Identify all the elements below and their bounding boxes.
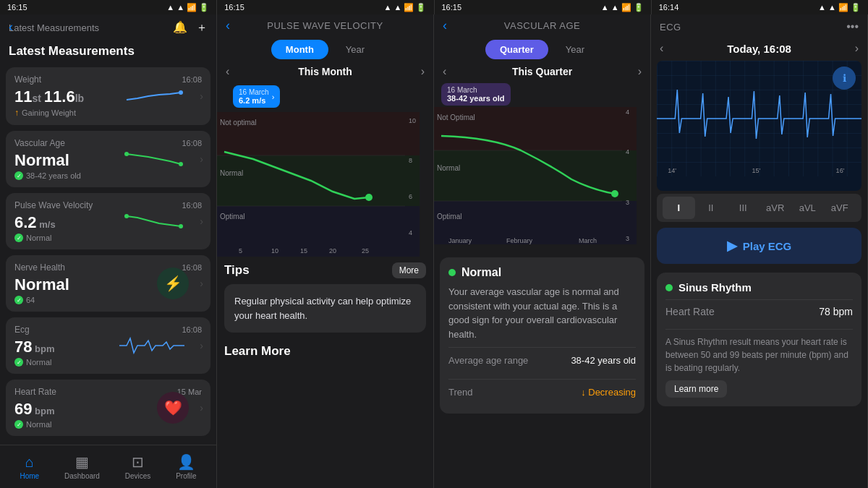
va-tab-quarter[interactable]: Quarter — [485, 40, 548, 59]
va-tooltip: 16 March 38-42 years old — [441, 82, 643, 106]
notification-icon[interactable]: 🔔 — [173, 20, 187, 35]
tip-card: Regular physical activity can help optim… — [224, 284, 426, 333]
svg-rect-7 — [217, 206, 420, 257]
svg-point-17 — [365, 194, 373, 201]
pwv-next-arrow[interactable]: › — [421, 65, 425, 78]
pwv-status: Normal — [14, 234, 202, 242]
va-avg-age-label: Average age range — [448, 355, 528, 366]
weight-card-header: Weight 16:08 — [14, 74, 202, 85]
nav-dashboard[interactable]: ▦ Dashboard — [64, 453, 100, 480]
svg-text:5: 5 — [239, 247, 242, 254]
svg-point-2 — [179, 162, 183, 166]
svg-text:Normal: Normal — [437, 164, 460, 172]
pwv-chart — [127, 210, 184, 232]
svg-text:Optimal: Optimal — [220, 213, 244, 221]
va-panel-header: ‹ VASCULAR AGE — [434, 14, 650, 37]
pwv-panel-header: ‹ PULSE WAVE VELOCITY — [217, 14, 433, 37]
pwv-chart-svg: Not optimal Normal Optimal 10 8 6 4 5 10… — [217, 112, 420, 257]
va-tooltip-value: 38-42 years old — [447, 94, 505, 103]
svg-text:14': 14' — [668, 167, 676, 174]
va-next-arrow[interactable]: › — [638, 65, 642, 78]
more-button[interactable]: More — [392, 262, 426, 278]
svg-text:10: 10 — [409, 117, 416, 124]
ecg-lead-III[interactable]: III — [727, 197, 760, 219]
svg-text:Optimal: Optimal — [437, 213, 461, 221]
pwv-tab-year[interactable]: Year — [331, 40, 379, 59]
svg-rect-6 — [217, 155, 420, 206]
va-prev-arrow[interactable]: ‹ — [443, 65, 446, 78]
nerve-chevron: › — [200, 278, 203, 289]
ecg-next-arrow[interactable]: › — [855, 42, 859, 55]
pwv-chart-container: Not optimal Normal Optimal 10 8 6 4 5 10… — [217, 112, 433, 257]
status-panel-2: 16:15 ▲ ▲ 📶 🔋 — [217, 0, 434, 14]
va-normal-label: Normal — [461, 266, 501, 279]
ecg-panel-header: ‹ ECG ••• — [651, 14, 867, 39]
svg-text:25: 25 — [362, 247, 369, 254]
vascular-age-card[interactable]: Vascular Age 16:08 Normal 38-42 years ol… — [6, 131, 210, 187]
nerve-health-status-dot — [14, 296, 23, 304]
heart-rate-card[interactable]: Heart Rate 15 Mar 69 bpm Normal ❤️ › — [6, 380, 210, 436]
va-normal-dot — [448, 269, 456, 276]
pwv-tooltip-date: 16 March — [239, 88, 269, 96]
sinus-description: A Sinus Rhythm result means your heart r… — [665, 329, 853, 374]
pwv-tooltip: 16 March 6.2 m/s › — [224, 82, 426, 111]
va-tab-year[interactable]: Year — [551, 40, 599, 59]
play-ecg-button[interactable]: ▶ Play ECG — [657, 228, 861, 264]
vascular-age-chevron: › — [200, 153, 203, 165]
ecg-lead-I[interactable]: I — [663, 197, 695, 219]
ecg-card-time: 16:08 — [182, 325, 202, 334]
add-icon[interactable]: ＋ — [196, 20, 208, 35]
nav-home[interactable]: ⌂ Home — [20, 454, 39, 480]
ecg-date-nav: ‹ Today, 16:08 › — [651, 39, 867, 58]
svg-text:February: February — [506, 237, 533, 244]
ecg-card-chevron: › — [200, 340, 203, 351]
status-icons-2: ▲ ▲ 📶 🔋 — [384, 3, 427, 12]
ecg-lead-aVL[interactable]: aVL — [791, 197, 824, 219]
pwv-time: 16:08 — [182, 201, 202, 210]
ecg-lead-aVR[interactable]: aVR — [760, 197, 792, 219]
pwv-period-nav: ‹ This Month › — [217, 62, 433, 81]
ecg-date: Today, 16:08 — [727, 43, 791, 55]
nerve-health-card[interactable]: Nerve Health 16:08 Normal 64 ⚡ › — [6, 255, 210, 312]
svg-text:15': 15' — [752, 167, 760, 174]
ecg-lead-bar: I II III aVR aVL aVF — [657, 194, 861, 222]
ecg-chart-container: ℹ 14' 15' 16' — [657, 61, 861, 191]
va-back-button[interactable]: ‹ — [443, 18, 447, 33]
ecg-prev-arrow[interactable]: ‹ — [660, 42, 663, 55]
weight-chart — [127, 85, 184, 107]
sinus-header: Sinus Rhythm — [665, 281, 853, 294]
va-normal-header: Normal — [448, 266, 636, 279]
pwv-tab-month[interactable]: Month — [271, 40, 328, 59]
weight-card[interactable]: Weight 16:08 11st 11.6lb ↑ Gaining Weigh… — [6, 67, 210, 125]
ecg-info-icon[interactable]: ℹ — [833, 67, 856, 90]
tip-text: Regular physical activity can help optim… — [234, 296, 411, 321]
devices-icon: ⊡ — [132, 453, 144, 471]
ecg-panel-title: ECG — [660, 22, 681, 33]
sinus-dot — [665, 284, 673, 291]
nav-profile-label: Profile — [176, 472, 196, 480]
nav-devices[interactable]: ⊡ Devices — [125, 453, 151, 480]
svg-text:Normal: Normal — [220, 169, 243, 177]
play-ecg-label: Play ECG — [743, 240, 792, 252]
main-container: Latest Measurements 🔔 ＋ Latest Measureme… — [0, 14, 868, 488]
sinus-rhythm-card: Sinus Rhythm Heart Rate 78 bpm A Sinus R… — [657, 273, 861, 406]
ecg-lead-II[interactable]: II — [695, 197, 728, 219]
vascular-age-label: Vascular Age — [14, 138, 65, 148]
ecg-lead-aVF[interactable]: aVF — [824, 197, 856, 219]
nav-profile[interactable]: 👤 Profile — [176, 453, 196, 480]
ecg-more-icon[interactable]: ••• — [846, 20, 859, 33]
play-icon: ▶ — [727, 238, 737, 254]
pwv-back-button[interactable]: ‹ — [226, 18, 230, 33]
learn-more-button[interactable]: Learn more — [665, 380, 727, 398]
pwv-card[interactable]: Pulse Wave Velocity 16:08 6.2 m/s Normal… — [6, 193, 210, 249]
nerve-health-label: Nerve Health — [14, 262, 65, 273]
ecg-card-header: Ecg 16:08 — [14, 325, 202, 335]
svg-text:6: 6 — [409, 193, 412, 200]
ecg-card[interactable]: Ecg 16:08 78 bpm Normal › — [6, 317, 210, 374]
panel1-header: Latest Measurements 🔔 ＋ — [0, 14, 216, 41]
pwv-tab-bar: Month Year — [217, 37, 433, 62]
pwv-prev-arrow[interactable]: ‹ — [226, 65, 229, 78]
va-avg-age-value: 38-42 years old — [571, 355, 636, 366]
svg-point-3 — [124, 214, 129, 218]
tips-title: Tips — [224, 263, 250, 278]
